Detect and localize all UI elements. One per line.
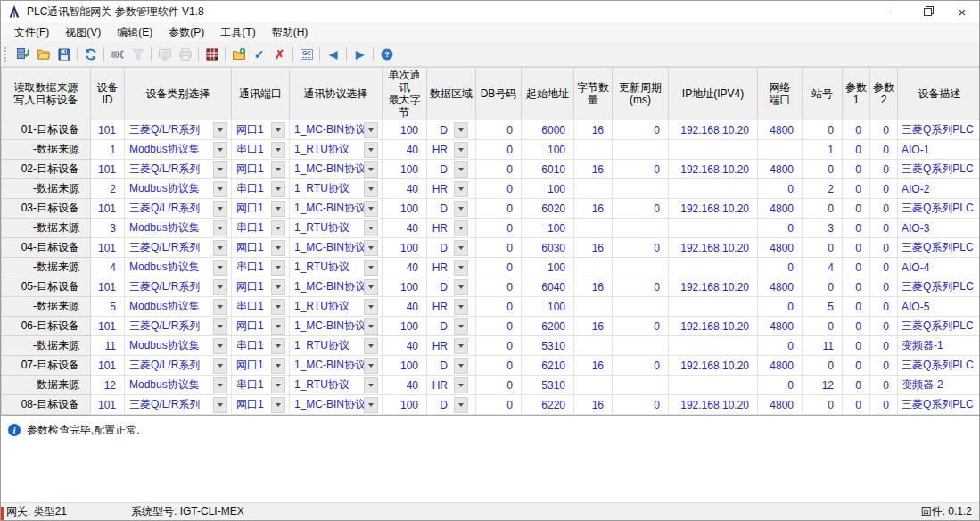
cell-ip-address[interactable]: 192.168.10.20 [669, 317, 758, 336]
minimize-button[interactable] [877, 1, 911, 22]
cell-protocol[interactable]: 1_RTU协议 [290, 219, 383, 238]
cell-station-number[interactable]: 3 [803, 219, 843, 238]
cell-ip-address[interactable] [669, 376, 758, 395]
cell-station-number[interactable]: 0 [803, 317, 843, 336]
cell-comm-port[interactable]: 网口1 [232, 160, 290, 179]
cell-device-description[interactable]: 变频器-2 [898, 376, 980, 395]
cell-max-bytes[interactable]: 100 [383, 160, 427, 179]
toolbar-prev-page-button[interactable]: ◀ [323, 45, 343, 64]
cell-max-bytes[interactable]: 40 [383, 336, 427, 356]
cell-protocol[interactable]: 1_MC-BIN协议 [290, 238, 383, 258]
cell-ip-address[interactable] [669, 258, 758, 277]
chevron-down-icon[interactable] [454, 220, 468, 236]
toolbar-write-to-device-button[interactable] [12, 45, 33, 64]
cell-ip-address[interactable]: 192.168.10.20 [669, 238, 758, 258]
chevron-down-icon[interactable] [213, 220, 227, 236]
toolbar-next-page-button[interactable]: ▶ [350, 45, 370, 64]
cell-comm-port[interactable]: 串口1 [232, 179, 290, 199]
row-header[interactable]: -数据来源 [2, 258, 91, 277]
cell-device-description[interactable]: 三菱Q系列PLC [898, 317, 980, 336]
cell-data-area[interactable]: HR [427, 297, 476, 317]
cell-device-category[interactable]: 三菱Q/L/R系列 [125, 277, 232, 297]
cell-network-port[interactable]: 0 [758, 179, 803, 199]
chevron-down-icon[interactable] [213, 377, 227, 393]
cell-byte-count[interactable] [574, 376, 613, 395]
cell-protocol[interactable]: 1_RTU协议 [290, 376, 383, 395]
cell-param2[interactable]: 0 [870, 376, 898, 395]
cell-max-bytes[interactable]: 40 [383, 376, 427, 395]
toolbar-serial-config-button[interactable] [107, 45, 128, 64]
chevron-down-icon[interactable] [454, 122, 468, 138]
cell-network-port[interactable]: 0 [758, 336, 803, 356]
toolbar-cancel-button[interactable]: ✗ [269, 45, 290, 64]
cell-update-cycle[interactable]: 0 [613, 277, 669, 297]
cell-ip-address[interactable]: 192.168.10.20 [669, 199, 758, 219]
cell-device-category[interactable]: 三菱Q/L/R系列 [125, 238, 232, 258]
cell-comm-port[interactable]: 串口1 [232, 258, 290, 277]
chevron-down-icon[interactable] [454, 318, 468, 335]
cell-update-cycle[interactable] [613, 219, 669, 238]
cell-device-id[interactable]: 101 [91, 238, 125, 258]
cell-comm-port[interactable]: 网口1 [232, 120, 290, 140]
cell-device-description[interactable]: AIO-4 [898, 258, 980, 277]
cell-device-id[interactable]: 101 [91, 356, 125, 376]
cell-update-cycle[interactable] [613, 140, 669, 160]
cell-update-cycle[interactable]: 0 [613, 395, 669, 415]
chevron-down-icon[interactable] [271, 397, 285, 413]
cell-protocol[interactable]: 1_MC-BIN协议 [290, 120, 383, 140]
cell-db-number[interactable]: 0 [476, 336, 522, 356]
chevron-down-icon[interactable] [364, 220, 378, 236]
cell-param1[interactable]: 0 [843, 120, 870, 140]
row-header[interactable]: -数据来源 [2, 376, 91, 395]
cell-byte-count[interactable]: 16 [574, 160, 613, 179]
chevron-down-icon[interactable] [213, 299, 227, 315]
cell-update-cycle[interactable]: 0 [613, 238, 669, 258]
chevron-down-icon[interactable] [271, 318, 285, 335]
cell-station-number[interactable]: 0 [803, 277, 843, 297]
cell-station-number[interactable]: 0 [803, 356, 843, 376]
cell-station-number[interactable]: 0 [803, 160, 843, 179]
cell-data-area[interactable]: HR [427, 140, 476, 160]
cell-db-number[interactable]: 0 [476, 199, 522, 219]
cell-network-port[interactable]: 4800 [758, 356, 803, 376]
cell-update-cycle[interactable] [613, 179, 669, 199]
cell-protocol[interactable]: 1_MC-BIN协议 [290, 395, 383, 415]
cell-update-cycle[interactable]: 0 [613, 120, 669, 140]
cell-station-number[interactable]: 11 [803, 336, 843, 356]
cell-byte-count[interactable]: 16 [574, 238, 613, 258]
chevron-down-icon[interactable] [271, 122, 285, 138]
cell-comm-port[interactable]: 网口1 [232, 199, 290, 219]
cell-ip-address[interactable] [669, 219, 758, 238]
cell-comm-port[interactable]: 网口1 [232, 277, 290, 297]
chevron-down-icon[interactable] [454, 161, 468, 178]
chevron-down-icon[interactable] [271, 201, 285, 217]
chevron-down-icon[interactable] [213, 318, 227, 335]
chevron-down-icon[interactable] [454, 299, 468, 315]
cell-data-area[interactable]: D [427, 277, 476, 297]
chevron-down-icon[interactable] [364, 299, 378, 315]
cell-start-address[interactable]: 6000 [522, 120, 574, 140]
cell-param2[interactable]: 0 [870, 258, 898, 277]
cell-ip-address[interactable]: 192.168.10.20 [669, 277, 758, 297]
chevron-down-icon[interactable] [271, 260, 285, 276]
cell-device-category[interactable]: 三菱Q/L/R系列 [125, 199, 232, 219]
cell-byte-count[interactable] [574, 258, 613, 277]
cell-protocol[interactable]: 1_RTU协议 [290, 140, 383, 160]
cell-protocol[interactable]: 1_MC-BIN协议 [290, 317, 383, 336]
cell-db-number[interactable]: 0 [476, 120, 522, 140]
cell-ip-address[interactable]: 192.168.10.20 [669, 356, 758, 376]
cell-device-description[interactable]: AIO-5 [898, 297, 980, 317]
cell-update-cycle[interactable]: 0 [613, 356, 669, 376]
cell-device-id[interactable]: 101 [91, 199, 125, 219]
cell-device-id[interactable]: 101 [91, 160, 125, 179]
chevron-down-icon[interactable] [271, 220, 285, 236]
cell-start-address[interactable]: 6200 [522, 317, 574, 336]
cell-device-category[interactable]: Modbus协议集 [125, 140, 232, 160]
cell-param2[interactable]: 0 [870, 297, 898, 317]
cell-comm-port[interactable]: 串口1 [232, 140, 290, 160]
cell-network-port[interactable]: 0 [758, 219, 803, 238]
toolbar-open-file-button[interactable] [33, 45, 54, 64]
cell-byte-count[interactable] [574, 336, 613, 356]
cell-data-area[interactable]: HR [427, 179, 476, 199]
cell-param1[interactable]: 0 [843, 238, 870, 258]
